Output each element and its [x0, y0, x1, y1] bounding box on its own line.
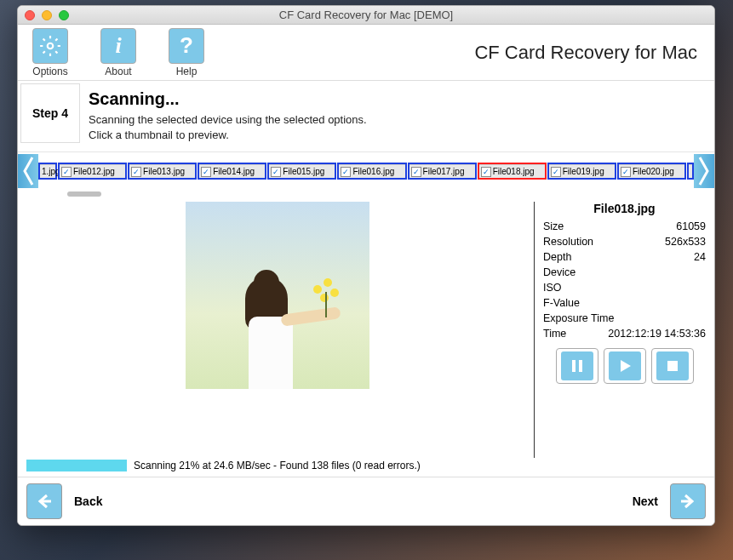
- options-label: Options: [32, 66, 67, 77]
- step-text: Scanning... Scanning the selected device…: [89, 81, 367, 151]
- detail-key: Device: [543, 266, 576, 278]
- close-window-button[interactable]: [25, 10, 35, 20]
- chevron-left-icon: [22, 154, 34, 188]
- arrow-right-icon: [678, 491, 698, 511]
- scroll-left-button[interactable]: [18, 154, 38, 188]
- help-button[interactable]: ?: [169, 28, 204, 64]
- step-desc-2: Click a thumbnail to preview.: [89, 128, 367, 143]
- detail-value: 2012:12:19 14:53:36: [608, 328, 706, 340]
- step-panel: Step 4 Scanning... Scanning the selected…: [18, 81, 714, 152]
- progress-bar: [26, 460, 127, 471]
- zoom-window-button[interactable]: [59, 10, 69, 20]
- thumbnail-checkbox[interactable]: ✓: [201, 167, 211, 177]
- detail-pane: File018.jpg Size61059Resolution526x533De…: [534, 202, 706, 458]
- thumbnail[interactable]: ✓File017.jpg: [408, 163, 477, 180]
- window-title: CF Card Recovery for Mac [DEMO]: [18, 9, 714, 21]
- step-heading: Scanning...: [89, 89, 367, 109]
- thumbnail-partial[interactable]: [687, 163, 694, 180]
- question-icon: ?: [180, 32, 193, 59]
- gear-icon: [39, 35, 61, 57]
- detail-key: Time: [543, 328, 566, 340]
- play-button[interactable]: [604, 348, 646, 384]
- pause-icon: [570, 358, 585, 374]
- preview-image: [186, 202, 369, 389]
- thumbnail-label: File016.jpg: [352, 167, 394, 176]
- thumbnail-checkbox[interactable]: ✓: [131, 167, 141, 177]
- options-button[interactable]: [32, 28, 68, 64]
- thumbnail-label: File019.jpg: [563, 167, 604, 176]
- svg-rect-1: [572, 360, 576, 372]
- thumbnail-label: File020.jpg: [633, 167, 674, 176]
- thumbnail-list: 1.jpg✓File012.jpg✓File013.jpg✓File014.jp…: [38, 163, 694, 180]
- help-item: ? Help: [163, 28, 210, 77]
- detail-key: F-Value: [543, 297, 580, 309]
- thumbnail-checkbox[interactable]: ✓: [341, 167, 351, 177]
- detail-key: Exposure Time: [543, 312, 614, 324]
- detail-row: Time2012:12:19 14:53:36: [543, 328, 706, 340]
- back-button[interactable]: [26, 483, 62, 519]
- thumbnail-label: File013.jpg: [143, 167, 185, 176]
- app-window: CF Card Recovery for Mac [DEMO] Options …: [17, 5, 715, 526]
- svg-rect-3: [667, 361, 678, 371]
- thumbnail[interactable]: ✓File013.jpg: [128, 163, 197, 180]
- step-badge: Step 4: [20, 83, 80, 143]
- play-icon: [617, 358, 633, 374]
- options-item: Options: [26, 28, 74, 77]
- main-panel: File018.jpg Size61059Resolution526x533De…: [18, 198, 714, 458]
- detail-row: Size61059: [543, 220, 706, 232]
- thumbnail[interactable]: ✓File018.jpg: [478, 163, 547, 180]
- thumbnail-label: File012.jpg: [73, 167, 115, 176]
- thumbnail-checkbox[interactable]: ✓: [61, 167, 72, 177]
- detail-key: Resolution: [543, 236, 593, 248]
- detail-key: Size: [543, 220, 564, 232]
- next-label: Next: [633, 494, 658, 508]
- thumbnail-checkbox[interactable]: ✓: [411, 167, 421, 177]
- back-label: Back: [74, 494, 102, 508]
- thumbnail[interactable]: ✓File014.jpg: [198, 163, 266, 180]
- toolbar: Options i About ? Help CF Card Recovery …: [18, 25, 714, 81]
- progress-row: Scanning 21% at 24.6 MB/sec - Found 138 …: [18, 458, 714, 477]
- thumbnail-partial[interactable]: 1.jpg: [38, 163, 57, 180]
- detail-value: 526x533: [665, 236, 706, 248]
- preview-pane: [26, 202, 529, 458]
- arrow-left-icon: [34, 491, 54, 511]
- step-desc-1: Scanning the selected device using the s…: [89, 112, 367, 128]
- detail-filename: File018.jpg: [543, 202, 706, 215]
- detail-key: ISO: [543, 282, 562, 294]
- thumbnail-label: File018.jpg: [493, 167, 535, 176]
- detail-row: Device: [543, 266, 706, 278]
- thumbnail[interactable]: ✓File016.jpg: [337, 163, 406, 180]
- detail-row: ISO: [543, 282, 706, 294]
- thumbnail[interactable]: ✓File012.jpg: [58, 163, 127, 180]
- help-label: Help: [176, 66, 198, 77]
- chevron-right-icon: [698, 154, 710, 188]
- minimize-window-button[interactable]: [42, 10, 52, 20]
- thumbnail-strip: 1.jpg✓File012.jpg✓File013.jpg✓File014.jp…: [18, 152, 714, 190]
- scroll-right-button[interactable]: [694, 154, 714, 188]
- thumbnail-checkbox[interactable]: ✓: [481, 167, 491, 177]
- stop-button[interactable]: [651, 348, 694, 384]
- thumbnail-scrollbar[interactable]: [18, 190, 714, 198]
- scrollbar-thumb[interactable]: [67, 191, 101, 197]
- pause-button[interactable]: [556, 348, 598, 384]
- detail-row: Exposure Time: [543, 312, 706, 324]
- playback-controls: [543, 348, 706, 384]
- app-title: CF Card Recovery for Mac: [474, 42, 706, 64]
- titlebar: CF Card Recovery for Mac [DEMO]: [18, 6, 714, 25]
- next-button[interactable]: [670, 483, 706, 519]
- thumbnail[interactable]: ✓File019.jpg: [547, 163, 616, 180]
- thumbnail[interactable]: ✓File020.jpg: [617, 163, 686, 180]
- svg-rect-2: [579, 360, 582, 372]
- wizard-nav: Back Next: [18, 477, 714, 525]
- thumbnail-checkbox[interactable]: ✓: [551, 167, 561, 177]
- thumbnail-checkbox[interactable]: ✓: [621, 167, 631, 177]
- about-button[interactable]: i: [100, 28, 136, 64]
- thumbnail[interactable]: ✓File015.jpg: [267, 163, 336, 180]
- about-label: About: [105, 66, 131, 77]
- detail-row: Resolution526x533: [543, 236, 706, 248]
- detail-row: F-Value: [543, 297, 706, 309]
- thumbnail-label: File014.jpg: [213, 167, 255, 176]
- stop-icon: [665, 358, 680, 374]
- thumbnail-checkbox[interactable]: ✓: [271, 167, 281, 177]
- detail-value: 61059: [676, 220, 706, 232]
